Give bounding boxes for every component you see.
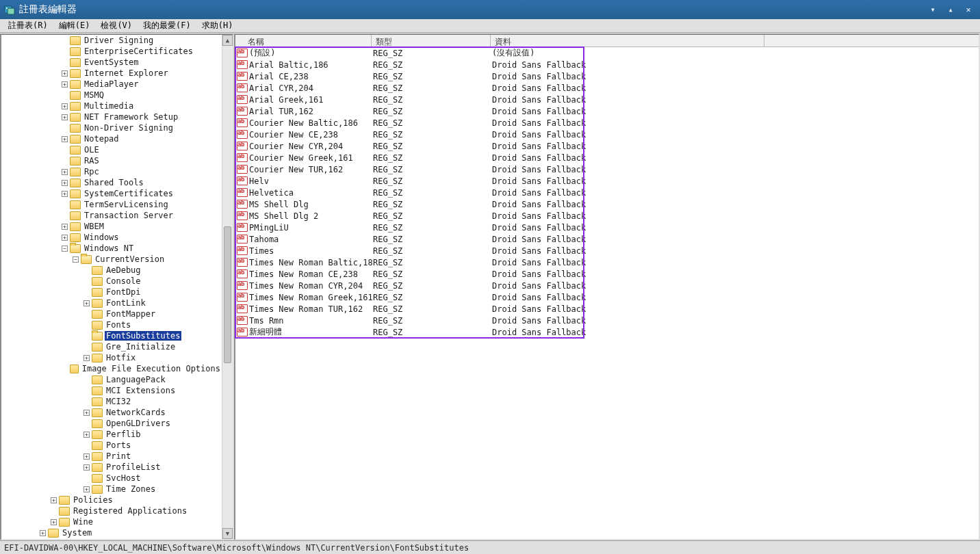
tree-node-media-player[interactable]: +MediaPlayer <box>1 79 222 90</box>
expand-toggle[interactable]: + <box>51 497 57 503</box>
maximize-button[interactable]: ▴ <box>943 3 958 16</box>
scroll-thumb[interactable] <box>224 226 231 363</box>
expand-toggle[interactable]: + <box>62 224 68 230</box>
expand-toggle[interactable]: + <box>83 486 90 492</box>
status-bar: EFI-DAVIDWA-00\HKEY_LOCAL_MACHINE\Softwa… <box>0 540 980 554</box>
tree-node-notepad[interactable]: +Notepad <box>1 133 222 144</box>
tree-node-profile-list[interactable]: +ProfileList <box>1 462 222 473</box>
expand-toggle[interactable]: + <box>62 70 68 77</box>
expand-toggle[interactable]: + <box>62 136 68 142</box>
expand-toggle[interactable]: + <box>62 114 68 120</box>
tree-label: FontDpi <box>105 287 142 297</box>
tree-node-policies[interactable]: +Policies <box>1 494 222 505</box>
expand-toggle[interactable]: − <box>73 256 79 263</box>
tree-node-transaction-server[interactable]: Transaction Server <box>1 210 222 221</box>
expand-toggle[interactable]: + <box>62 191 68 197</box>
expand-toggle[interactable]: + <box>83 355 90 361</box>
tree-node-fontlink[interactable]: +FontLink <box>1 298 222 308</box>
folder-icon <box>81 255 92 264</box>
scroll-down-button[interactable]: ▼ <box>222 528 233 539</box>
tree-node-windows-nt[interactable]: −Windows NT <box>1 243 222 254</box>
tree-node-multimedia[interactable]: +Multimedia <box>1 101 222 111</box>
expand-toggle[interactable]: + <box>62 81 68 88</box>
expand-toggle[interactable]: + <box>83 410 90 416</box>
tree-node-fontsubstitutes[interactable]: FontSubstitutes <box>1 330 222 341</box>
tree-node-fontmapper[interactable]: FontMapper <box>1 308 222 319</box>
tree-node-wbem[interactable]: +WBEM <box>1 221 222 232</box>
tree-node-wine[interactable]: +Wine <box>1 516 222 527</box>
tree-node-opengl-drivers[interactable]: OpenGLDrivers <box>1 418 222 429</box>
tree-node-registered-apps[interactable]: Registered Applications <box>1 505 222 516</box>
menu-registry[interactable]: 註冊表(R) <box>3 18 53 33</box>
tree-node-image-file-exec[interactable]: Image File Execution Options <box>1 363 222 374</box>
tree-node-ras[interactable]: RAS <box>1 155 222 166</box>
expand-toggle[interactable]: + <box>62 103 68 109</box>
expand-toggle[interactable]: − <box>62 246 68 252</box>
tree-node-console[interactable]: Console <box>1 276 222 287</box>
close-button[interactable]: ✕ <box>961 3 976 16</box>
tree-node-network-cards[interactable]: +NetworkCards <box>1 407 222 418</box>
svg-point-2 <box>6 8 8 9</box>
tree-node-current-version[interactable]: −CurrentVersion <box>1 254 222 265</box>
folder-icon <box>70 146 81 155</box>
tree-label: Windows <box>83 233 120 242</box>
expand-toggle[interactable]: + <box>83 453 90 460</box>
expand-toggle[interactable]: + <box>51 519 57 525</box>
tree-node-time-zones[interactable]: +Time Zones <box>1 484 222 494</box>
col-extra-header[interactable] <box>764 35 979 47</box>
tree-node-windows[interactable]: +Windows <box>1 232 222 243</box>
window-title: 註冊表編輯器 <box>19 3 923 16</box>
string-value-icon <box>237 188 248 198</box>
menu-edit[interactable]: 編輯(E) <box>53 18 96 33</box>
scroll-up-button[interactable]: ▲ <box>222 35 233 46</box>
expand-toggle[interactable]: + <box>83 300 90 306</box>
col-name-header[interactable]: 名稱 <box>235 35 372 47</box>
col-type-header[interactable]: 類型 <box>372 35 491 47</box>
tree-node-msmq[interactable]: MSMQ <box>1 90 222 101</box>
expand-toggle[interactable]: + <box>83 464 90 471</box>
selection-highlight <box>235 47 584 339</box>
tree-node-event-system[interactable]: EventSystem <box>1 57 222 68</box>
tree-node-svchost[interactable]: SvcHost <box>1 473 222 484</box>
tree-node-internet-explorer[interactable]: +Internet Explorer <box>1 68 222 79</box>
tree-node-language-pack[interactable]: LanguagePack <box>1 374 222 385</box>
tree-node-aedebug[interactable]: AeDebug <box>1 265 222 276</box>
folder-icon <box>92 408 103 417</box>
tree-node-system-certs[interactable]: +SystemCertificates <box>1 188 222 199</box>
tree-label: Non-Driver Signing <box>83 123 175 133</box>
folder-icon <box>92 332 103 341</box>
folder-icon <box>70 211 81 220</box>
tree-label: Gre_Initialize <box>105 342 177 352</box>
col-data-header[interactable]: 資料 <box>491 35 764 47</box>
tree-node-system[interactable]: +System <box>1 527 222 538</box>
menu-favorites[interactable]: 我的最愛(F) <box>138 18 196 33</box>
tree-node-non-driver-signing[interactable]: Non-Driver Signing <box>1 122 222 133</box>
tree-node-print[interactable]: +Print <box>1 451 222 462</box>
tree-node-ports[interactable]: Ports <box>1 440 222 451</box>
tree-node-shared-tools[interactable]: +Shared Tools <box>1 177 222 188</box>
tree-node-enterprise-certs[interactable]: EnterpriseCertificates <box>1 46 222 57</box>
expand-toggle[interactable]: + <box>83 432 90 438</box>
tree-node-driver-signing[interactable]: Driver Signing <box>1 35 222 46</box>
menu-help[interactable]: 求助(H) <box>196 18 239 33</box>
tree-node-hotfix[interactable]: +Hotfix <box>1 352 222 363</box>
tree-node-rpc[interactable]: +Rpc <box>1 166 222 177</box>
folder-icon <box>70 36 81 45</box>
expand-toggle[interactable]: + <box>62 235 68 241</box>
expand-toggle[interactable]: + <box>40 530 46 536</box>
tree-node-fontdpi[interactable]: FontDpi <box>1 287 222 298</box>
tree-node-termserv[interactable]: TermServLicensing <box>1 199 222 210</box>
tree-node-fonts[interactable]: Fonts <box>1 319 222 330</box>
tree-node-ole[interactable]: OLE <box>1 144 222 155</box>
menu-view[interactable]: 檢視(V) <box>95 18 138 33</box>
tree-scrollbar[interactable]: ▲ ▼ <box>222 35 233 539</box>
tree-node-net-framework[interactable]: +NET Framework Setup <box>1 111 222 122</box>
tree-node-mci32[interactable]: MCI32 <box>1 396 222 407</box>
expand-toggle[interactable]: + <box>62 180 68 186</box>
tree-node-gre-initialize[interactable]: Gre_Initialize <box>1 341 222 352</box>
minimize-button[interactable]: ▾ <box>925 3 940 16</box>
tree-node-mci-extensions[interactable]: MCI Extensions <box>1 385 222 396</box>
folder-icon <box>48 529 59 538</box>
tree-node-perflib[interactable]: +Perflib <box>1 429 222 440</box>
expand-toggle[interactable]: + <box>62 169 68 175</box>
